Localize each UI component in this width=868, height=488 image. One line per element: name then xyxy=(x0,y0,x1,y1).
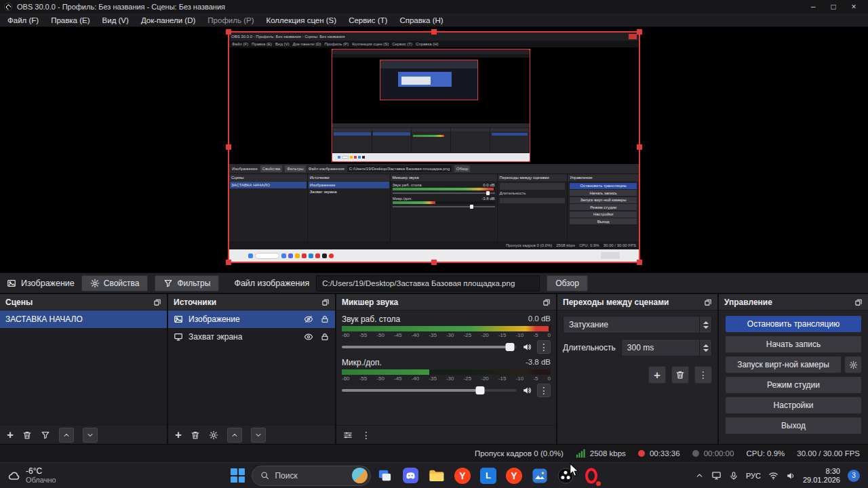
move-source-up-button[interactable] xyxy=(227,428,242,443)
speaker-icon[interactable] xyxy=(522,386,532,395)
volume-icon[interactable] xyxy=(786,471,795,481)
preview-canvas[interactable]: OBS 30.0.0 - Профиль: Без названия - Сце… xyxy=(228,31,640,263)
start-button[interactable] xyxy=(226,464,250,487)
tick-label: -20 xyxy=(481,375,489,382)
selection-handle[interactable] xyxy=(637,29,642,35)
channel-menu-button[interactable]: ⋮ xyxy=(537,340,551,354)
popout-icon[interactable] xyxy=(704,298,712,306)
menu-profile[interactable]: Профиль (P) xyxy=(201,15,260,26)
window-title: OBS 30.0.0 - Профиль: Без названия - Сце… xyxy=(17,3,225,11)
selection-handle[interactable] xyxy=(431,260,437,265)
yandex-browser-icon[interactable]: Y xyxy=(450,464,474,487)
studio-mode-button[interactable]: Режим студии xyxy=(726,377,861,393)
display-tray-icon[interactable] xyxy=(711,470,722,481)
transition-select[interactable]: Затухание xyxy=(563,316,712,333)
virtual-camera-config-button[interactable] xyxy=(845,357,861,373)
weather-temp: -6°C xyxy=(26,467,56,476)
speaker-icon[interactable] xyxy=(522,342,532,352)
close-button[interactable]: × xyxy=(844,2,864,12)
discord-icon[interactable] xyxy=(399,464,422,487)
sources-list[interactable]: Изображение Захват экрана xyxy=(168,310,335,425)
search-box[interactable]: Поиск xyxy=(252,466,371,486)
notification-count-badge[interactable]: 3 xyxy=(848,470,860,482)
taskbar-clock[interactable]: 8:30 29.01.2026 xyxy=(803,467,840,485)
docks-row: Сцены ЗАСТАВКА НАЧАЛО + Источники xyxy=(0,293,868,444)
lock-icon[interactable] xyxy=(320,314,330,324)
add-transition-button[interactable]: + xyxy=(648,366,666,384)
remove-transition-button[interactable] xyxy=(671,366,689,384)
add-scene-button[interactable]: + xyxy=(7,429,14,441)
mic-icon[interactable] xyxy=(729,471,738,481)
selection-handle[interactable] xyxy=(637,144,642,150)
exit-button[interactable]: Выход xyxy=(726,418,861,434)
wifi-icon[interactable] xyxy=(768,470,778,481)
scenes-list[interactable]: ЗАСТАВКА НАЧАЛО xyxy=(0,310,167,425)
l-app-icon[interactable]: L xyxy=(476,464,500,487)
popout-icon[interactable] xyxy=(321,298,330,306)
remove-scene-button[interactable] xyxy=(22,430,32,440)
visibility-icon[interactable] xyxy=(304,332,313,342)
menu-edit[interactable]: Правка (E) xyxy=(45,15,96,26)
file-explorer-icon[interactable] xyxy=(425,464,448,487)
channel-menu-button[interactable]: ⋮ xyxy=(537,384,551,397)
task-view-icon[interactable] xyxy=(373,464,397,487)
tray-chevron-up-icon[interactable] xyxy=(695,471,704,480)
transition-menu-button[interactable]: ⋮ xyxy=(694,366,712,384)
duration-spin-arrows[interactable] xyxy=(699,340,711,356)
move-scene-down-button[interactable] xyxy=(83,428,98,443)
menu-view[interactable]: Вид (V) xyxy=(96,15,135,26)
mixer-menu-button[interactable]: ⋮ xyxy=(361,430,371,440)
selection-handle[interactable] xyxy=(226,260,231,265)
advanced-audio-button[interactable] xyxy=(343,430,353,440)
duration-spinbox[interactable]: 300 ms xyxy=(621,339,712,357)
menu-tools[interactable]: Сервис (T) xyxy=(342,15,393,26)
selection-handle[interactable] xyxy=(431,29,437,35)
minimize-button[interactable]: – xyxy=(803,2,823,12)
popout-icon[interactable] xyxy=(542,298,551,306)
scene-item[interactable]: ЗАСТАВКА НАЧАЛО xyxy=(0,310,167,328)
add-source-button[interactable]: + xyxy=(175,429,182,441)
opera-icon[interactable] xyxy=(579,464,603,487)
browse-button[interactable]: Обзор xyxy=(547,275,588,291)
image-file-path-input[interactable] xyxy=(316,275,540,291)
tick-label: -20 xyxy=(481,332,489,338)
menu-docks[interactable]: Док-панели (D) xyxy=(135,15,201,26)
scene-filters-button[interactable] xyxy=(41,430,50,440)
stop-streaming-button[interactable]: Остановить трансляцию xyxy=(726,316,861,332)
source-item-image[interactable]: Изображение xyxy=(168,310,335,328)
tick-label: 0 xyxy=(547,375,550,382)
popout-icon[interactable] xyxy=(854,298,863,306)
lock-icon[interactable] xyxy=(320,332,330,342)
weather-widget[interactable]: -6°C Облачно xyxy=(0,467,142,485)
remove-source-button[interactable] xyxy=(191,430,200,440)
volume-slider[interactable] xyxy=(342,389,517,392)
selection-handle[interactable] xyxy=(226,144,231,150)
obs-logo-icon xyxy=(4,3,12,11)
popout-icon[interactable] xyxy=(153,298,161,306)
language-indicator[interactable]: РУС xyxy=(746,472,761,480)
photos-icon[interactable] xyxy=(528,464,551,487)
settings-button[interactable]: Настройки xyxy=(726,397,861,413)
menu-scene-collection[interactable]: Коллекция сцен (S) xyxy=(260,15,343,26)
source-properties-button[interactable] xyxy=(209,430,218,440)
menu-file[interactable]: Файл (F) xyxy=(1,15,45,26)
virtual-camera-button[interactable]: Запуск вирт-ной камеры xyxy=(726,357,841,373)
file-field-label: Файл изображения xyxy=(234,279,309,288)
menu-help[interactable]: Справка (H) xyxy=(393,15,449,26)
source-item-display-capture[interactable]: Захват экрана xyxy=(168,328,335,346)
preview-area[interactable]: OBS 30.0.0 - Профиль: Без названия - Сце… xyxy=(0,27,868,272)
start-recording-button[interactable]: Начать запись xyxy=(726,336,861,352)
transition-select-arrows[interactable] xyxy=(699,317,711,333)
selection-handle[interactable] xyxy=(226,29,231,35)
filters-button[interactable]: Фильтры xyxy=(155,275,219,291)
controls-panel: Управление Остановить трансляцию Начать … xyxy=(719,294,868,444)
yandex-app-icon[interactable]: Y xyxy=(502,464,526,487)
move-source-down-button[interactable] xyxy=(251,428,266,443)
visibility-hidden-icon[interactable] xyxy=(304,314,313,324)
mini-preview xyxy=(229,47,639,164)
properties-button[interactable]: Свойства xyxy=(81,275,149,291)
maximize-button[interactable]: □ xyxy=(823,2,844,12)
selection-handle[interactable] xyxy=(637,260,642,265)
volume-slider[interactable] xyxy=(342,346,517,348)
move-scene-up-button[interactable] xyxy=(59,428,74,443)
